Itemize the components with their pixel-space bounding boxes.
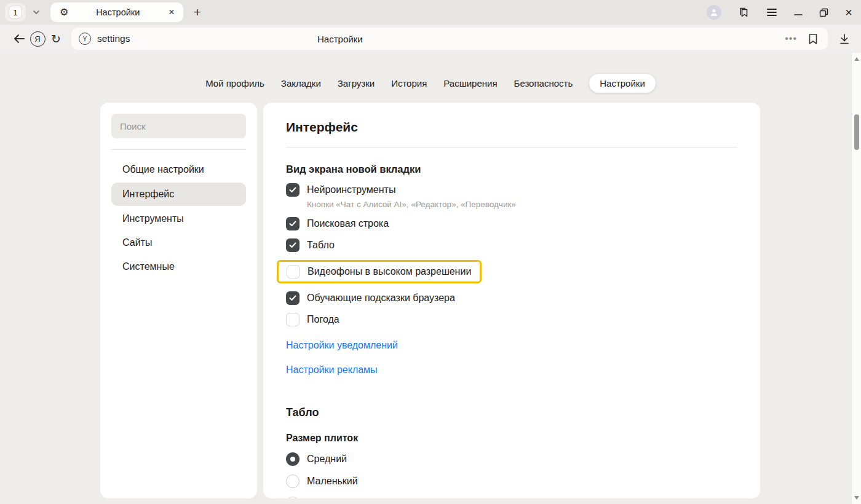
sidebar-item-system[interactable]: Системные [111,256,246,278]
nav-my-profile[interactable]: Мой профиль [205,74,264,93]
sidebar-item-tools[interactable]: Инструменты [111,208,246,230]
checkbox-row-tablo: Табло [286,238,737,252]
checkbox-neurotools[interactable] [286,183,300,197]
sidebar-divider [111,149,246,150]
browser-window: 1 ⚙ Настройки × + [0,0,861,504]
section-new-tab-title: Вид экрана новой вкладки [286,163,737,175]
settings-sidebar: Общие настройки Интерфейс Инструменты Са… [100,103,257,498]
content-area: Общие настройки Интерфейс Инструменты Са… [100,103,861,498]
checkbox-label: Видеофоны в высоком разрешении [308,266,471,277]
scroll-down-icon[interactable] [854,496,859,500]
nav-settings[interactable]: Настройки [589,74,656,93]
url-text: settings [97,33,130,44]
checkbox-subtitle: Кнопки «Чат с Алисой AI», «Редактор», «П… [307,200,737,209]
close-button[interactable]: × [845,6,852,18]
radio-label: Средний [307,454,347,465]
back-button[interactable] [10,34,28,44]
sidebar-item-interface[interactable]: Интерфейс [111,183,246,206]
main-divider [286,147,737,148]
browser-tab-settings[interactable]: ⚙ Настройки × [50,2,183,22]
downloads-button[interactable] [835,33,854,45]
settings-favicon-icon: Y [79,33,91,45]
radio-row-medium: Средний [286,452,737,466]
sidebar-item-general[interactable]: Общие настройки [111,159,246,181]
highlighted-checkbox-row-video-backgrounds: Видеофоны в высоком разрешении [277,260,482,283]
checkbox-row-search-bar: Поисковая строка [286,217,737,230]
tab-strip: 1 ⚙ Настройки × + [0,0,861,25]
radio-label: Большой [307,498,348,498]
checkbox-video-backgrounds[interactable] [287,265,300,278]
bookmark-icon[interactable] [808,33,818,45]
new-tab-button[interactable]: + [189,5,205,20]
checkbox-label: Нейроинструменты [307,184,395,195]
checkbox-tablo[interactable] [286,238,300,252]
tab-counter-button[interactable]: 1 [5,3,26,22]
radio-small[interactable] [286,474,300,488]
tab-count: 1 [9,6,22,19]
toolbar: Я ↻ Y settings Настройки ••• [0,25,861,53]
checkbox-weather[interactable] [286,313,300,326]
nav-security[interactable]: Безопасность [514,74,573,93]
search-input[interactable] [111,114,246,138]
checkbox-label: Погода [307,314,339,325]
tab-close-icon[interactable]: × [167,6,176,18]
tab-title: Настройки [68,7,167,17]
address-bar[interactable]: Y settings Настройки ••• [71,28,828,50]
radio-large[interactable] [286,497,300,498]
scrollbar-thumb[interactable] [854,114,859,150]
tile-size-title: Размер плиток [286,433,737,444]
checkbox-browser-tips[interactable] [286,291,300,305]
section-tablo-title: Табло [286,406,737,419]
nav-bookmarks[interactable]: Закладки [281,74,321,93]
radio-medium[interactable] [286,452,300,466]
notifications-settings-link[interactable]: Настройки уведомлений [286,340,398,351]
more-icon[interactable]: ••• [785,33,797,44]
checkbox-label: Обучающие подсказки браузера [307,293,455,304]
nav-downloads[interactable]: Загрузки [338,74,375,93]
restore-button[interactable] [819,8,828,17]
checkbox-label: Табло [307,240,335,251]
tab-list-chevron-icon[interactable] [32,8,41,17]
avatar[interactable] [707,5,721,20]
checkbox-row-browser-tips: Обучающие подсказки браузера [286,291,737,305]
menu-icon[interactable] [766,8,777,17]
checkbox-label: Поисковая строка [307,218,389,229]
radio-label: Маленький [307,476,358,487]
sidebar-item-sites[interactable]: Сайты [111,232,246,254]
settings-main-panel: Интерфейс Вид экрана новой вкладки Нейро… [263,103,760,498]
radio-row-large: Большой [286,497,737,498]
gear-icon: ⚙ [60,7,68,17]
settings-page: Мой профиль Закладки Загрузки История Ра… [0,53,861,504]
minimize-button[interactable] [794,8,803,17]
page-title: Интерфейс [286,120,737,135]
checkbox-row-weather: Погода [286,313,737,326]
radio-row-small: Маленький [286,474,737,488]
checkbox-row-neurotools: Нейроинструменты [286,183,737,197]
scroll-up-icon[interactable] [854,57,859,61]
nav-extensions[interactable]: Расширения [443,74,497,93]
address-bar-page-title: Настройки [317,28,363,50]
nav-history[interactable]: История [391,74,427,93]
page-scrollbar[interactable] [851,53,861,504]
collections-icon[interactable] [738,7,750,18]
yandex-logo[interactable]: Я [28,31,47,47]
reload-button[interactable]: ↻ [47,32,65,46]
settings-nav: Мой профиль Закладки Загрузки История Ра… [0,74,861,93]
ads-settings-link[interactable]: Настройки рекламы [286,364,378,376]
checkbox-search-bar[interactable] [286,217,300,230]
